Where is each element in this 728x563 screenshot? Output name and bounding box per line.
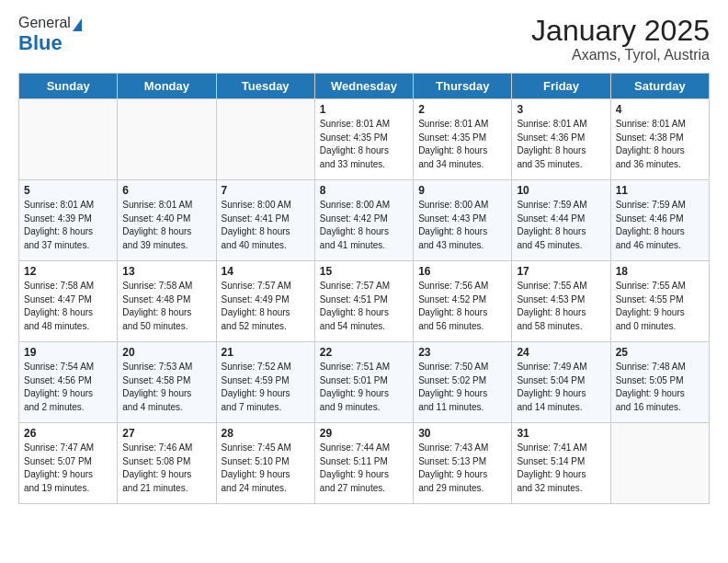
day-number: 1	[320, 103, 408, 116]
day-number: 2	[418, 103, 506, 116]
calendar-cell: 13Sunrise: 7:58 AM Sunset: 4:48 PM Dayli…	[118, 261, 216, 342]
calendar-cell: 22Sunrise: 7:51 AM Sunset: 5:01 PM Dayli…	[314, 342, 413, 423]
day-info: Sunrise: 7:55 AM Sunset: 4:53 PM Dayligh…	[517, 280, 605, 333]
day-number: 7	[222, 184, 310, 197]
day-number: 21	[222, 346, 310, 359]
day-info: Sunrise: 8:00 AM Sunset: 4:43 PM Dayligh…	[418, 199, 506, 252]
day-info: Sunrise: 7:56 AM Sunset: 4:52 PM Dayligh…	[418, 280, 506, 333]
day-info: Sunrise: 7:57 AM Sunset: 4:49 PM Dayligh…	[222, 280, 310, 333]
calendar-cell	[610, 423, 709, 504]
day-number: 8	[320, 184, 408, 197]
calendar-cell	[118, 99, 216, 180]
header: General Blue January 2025 Axams, Tyrol, …	[18, 15, 710, 63]
day-number: 4	[616, 103, 704, 116]
day-number: 22	[320, 346, 408, 359]
calendar-cell: 2Sunrise: 8:01 AM Sunset: 4:35 PM Daylig…	[414, 99, 512, 180]
day-info: Sunrise: 7:57 AM Sunset: 4:51 PM Dayligh…	[320, 280, 408, 333]
calendar-cell: 31Sunrise: 7:41 AM Sunset: 5:14 PM Dayli…	[512, 423, 610, 504]
day-info: Sunrise: 7:44 AM Sunset: 5:11 PM Dayligh…	[320, 442, 408, 495]
day-number: 12	[24, 265, 112, 278]
day-number: 30	[418, 427, 506, 440]
calendar-cell: 24Sunrise: 7:49 AM Sunset: 5:04 PM Dayli…	[512, 342, 610, 423]
day-header-monday: Monday	[118, 74, 216, 99]
calendar-cell: 19Sunrise: 7:54 AM Sunset: 4:56 PM Dayli…	[19, 342, 118, 423]
calendar-cell: 1Sunrise: 8:01 AM Sunset: 4:35 PM Daylig…	[314, 99, 413, 180]
calendar-cell: 10Sunrise: 7:59 AM Sunset: 4:44 PM Dayli…	[512, 180, 610, 261]
day-info: Sunrise: 7:55 AM Sunset: 4:55 PM Dayligh…	[616, 280, 704, 333]
day-number: 6	[122, 184, 210, 197]
calendar-header-row: SundayMondayTuesdayWednesdayThursdayFrid…	[19, 74, 710, 99]
day-header-wednesday: Wednesday	[314, 74, 413, 99]
day-number: 31	[517, 427, 605, 440]
day-info: Sunrise: 7:58 AM Sunset: 4:48 PM Dayligh…	[122, 280, 210, 333]
day-info: Sunrise: 7:51 AM Sunset: 5:01 PM Dayligh…	[320, 361, 408, 414]
day-number: 24	[517, 346, 605, 359]
day-number: 28	[222, 427, 310, 440]
day-header-thursday: Thursday	[414, 74, 512, 99]
calendar-week-row: 12Sunrise: 7:58 AM Sunset: 4:47 PM Dayli…	[19, 261, 710, 342]
day-number: 5	[24, 184, 112, 197]
day-header-sunday: Sunday	[19, 74, 118, 99]
day-number: 15	[320, 265, 408, 278]
calendar-cell: 21Sunrise: 7:52 AM Sunset: 4:59 PM Dayli…	[216, 342, 314, 423]
day-number: 11	[616, 184, 704, 197]
day-number: 26	[24, 427, 112, 440]
day-info: Sunrise: 8:01 AM Sunset: 4:38 PM Dayligh…	[616, 118, 704, 171]
day-info: Sunrise: 7:59 AM Sunset: 4:44 PM Dayligh…	[517, 199, 605, 252]
day-info: Sunrise: 7:58 AM Sunset: 4:47 PM Dayligh…	[24, 280, 112, 333]
day-header-saturday: Saturday	[610, 74, 709, 99]
day-info: Sunrise: 8:01 AM Sunset: 4:35 PM Dayligh…	[418, 118, 506, 171]
day-number: 23	[418, 346, 506, 359]
title-block: January 2025 Axams, Tyrol, Austria	[531, 15, 710, 63]
day-info: Sunrise: 7:50 AM Sunset: 5:02 PM Dayligh…	[418, 361, 506, 414]
calendar-cell	[216, 99, 314, 180]
day-info: Sunrise: 7:59 AM Sunset: 4:46 PM Dayligh…	[616, 199, 704, 252]
day-info: Sunrise: 7:41 AM Sunset: 5:14 PM Dayligh…	[517, 442, 605, 495]
day-info: Sunrise: 7:54 AM Sunset: 4:56 PM Dayligh…	[24, 361, 112, 414]
calendar-cell: 15Sunrise: 7:57 AM Sunset: 4:51 PM Dayli…	[314, 261, 413, 342]
day-header-tuesday: Tuesday	[216, 74, 314, 99]
day-info: Sunrise: 8:01 AM Sunset: 4:35 PM Dayligh…	[320, 118, 408, 171]
day-number: 14	[222, 265, 310, 278]
day-info: Sunrise: 7:46 AM Sunset: 5:08 PM Dayligh…	[122, 442, 210, 495]
calendar-table: SundayMondayTuesdayWednesdayThursdayFrid…	[18, 73, 710, 504]
calendar-week-row: 5Sunrise: 8:01 AM Sunset: 4:39 PM Daylig…	[19, 180, 710, 261]
calendar-cell: 16Sunrise: 7:56 AM Sunset: 4:52 PM Dayli…	[414, 261, 512, 342]
page: General Blue January 2025 Axams, Tyrol, …	[0, 0, 728, 519]
calendar-cell: 14Sunrise: 7:57 AM Sunset: 4:49 PM Dayli…	[216, 261, 314, 342]
day-number: 9	[418, 184, 506, 197]
calendar-cell: 29Sunrise: 7:44 AM Sunset: 5:11 PM Dayli…	[314, 423, 413, 504]
calendar-cell: 23Sunrise: 7:50 AM Sunset: 5:02 PM Dayli…	[414, 342, 512, 423]
day-info: Sunrise: 8:00 AM Sunset: 4:41 PM Dayligh…	[222, 199, 310, 252]
calendar-week-row: 26Sunrise: 7:47 AM Sunset: 5:07 PM Dayli…	[19, 423, 710, 504]
day-info: Sunrise: 7:52 AM Sunset: 4:59 PM Dayligh…	[222, 361, 310, 414]
day-number: 18	[616, 265, 704, 278]
logo-triangle-icon	[73, 18, 82, 31]
calendar-cell: 26Sunrise: 7:47 AM Sunset: 5:07 PM Dayli…	[19, 423, 118, 504]
day-info: Sunrise: 7:45 AM Sunset: 5:10 PM Dayligh…	[222, 442, 310, 495]
location-subtitle: Axams, Tyrol, Austria	[531, 47, 710, 63]
calendar-cell: 3Sunrise: 8:01 AM Sunset: 4:36 PM Daylig…	[512, 99, 610, 180]
calendar-cell: 12Sunrise: 7:58 AM Sunset: 4:47 PM Dayli…	[19, 261, 118, 342]
day-number: 17	[517, 265, 605, 278]
day-number: 19	[24, 346, 112, 359]
day-info: Sunrise: 8:00 AM Sunset: 4:42 PM Dayligh…	[320, 199, 408, 252]
calendar-cell: 11Sunrise: 7:59 AM Sunset: 4:46 PM Dayli…	[610, 180, 709, 261]
calendar-week-row: 19Sunrise: 7:54 AM Sunset: 4:56 PM Dayli…	[19, 342, 710, 423]
logo: General Blue	[18, 15, 82, 55]
calendar-cell: 4Sunrise: 8:01 AM Sunset: 4:38 PM Daylig…	[610, 99, 709, 180]
day-number: 25	[616, 346, 704, 359]
calendar-cell: 17Sunrise: 7:55 AM Sunset: 4:53 PM Dayli…	[512, 261, 610, 342]
day-number: 29	[320, 427, 408, 440]
day-number: 13	[122, 265, 210, 278]
month-year-title: January 2025	[531, 15, 710, 47]
day-info: Sunrise: 7:53 AM Sunset: 4:58 PM Dayligh…	[122, 361, 210, 414]
calendar-cell: 6Sunrise: 8:01 AM Sunset: 4:40 PM Daylig…	[118, 180, 216, 261]
day-info: Sunrise: 7:49 AM Sunset: 5:04 PM Dayligh…	[517, 361, 605, 414]
day-number: 10	[517, 184, 605, 197]
calendar-cell: 18Sunrise: 7:55 AM Sunset: 4:55 PM Dayli…	[610, 261, 709, 342]
calendar-week-row: 1Sunrise: 8:01 AM Sunset: 4:35 PM Daylig…	[19, 99, 710, 180]
calendar-cell: 9Sunrise: 8:00 AM Sunset: 4:43 PM Daylig…	[414, 180, 512, 261]
calendar-cell: 7Sunrise: 8:00 AM Sunset: 4:41 PM Daylig…	[216, 180, 314, 261]
calendar-cell: 27Sunrise: 7:46 AM Sunset: 5:08 PM Dayli…	[118, 423, 216, 504]
